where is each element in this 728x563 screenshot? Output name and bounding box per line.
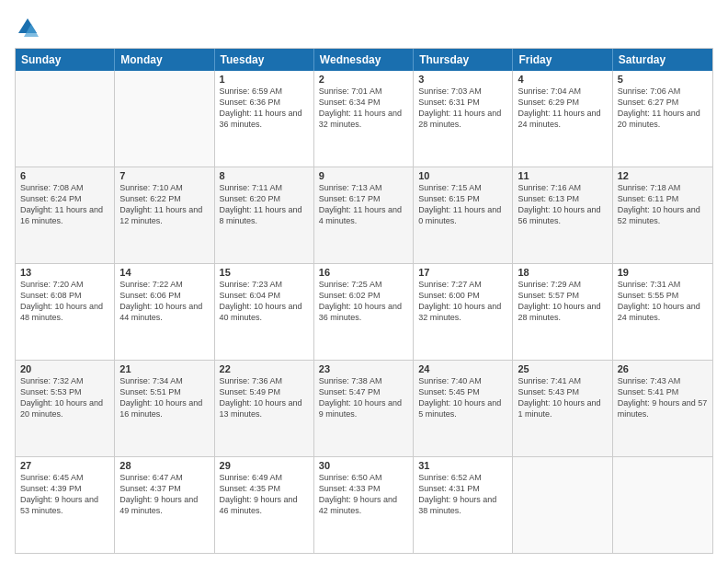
calendar-row-5: 27Sunrise: 6:45 AM Sunset: 4:39 PM Dayli… xyxy=(16,456,712,553)
calendar-row-1: 1Sunrise: 6:59 AM Sunset: 6:36 PM Daylig… xyxy=(16,71,712,167)
calendar-cell xyxy=(613,457,712,553)
calendar-cell: 8Sunrise: 7:11 AM Sunset: 6:20 PM Daylig… xyxy=(215,167,314,263)
day-number: 22 xyxy=(220,363,309,374)
day-number: 8 xyxy=(220,170,309,181)
cell-text: Sunrise: 7:18 AM Sunset: 6:11 PM Dayligh… xyxy=(618,182,708,227)
day-number: 28 xyxy=(119,460,209,471)
day-number: 5 xyxy=(618,74,708,85)
calendar-cell: 26Sunrise: 7:43 AM Sunset: 5:41 PM Dayli… xyxy=(613,361,712,456)
header-day-monday: Monday xyxy=(115,49,214,71)
cell-text: Sunrise: 7:04 AM Sunset: 6:29 PM Dayligh… xyxy=(518,86,607,131)
day-number: 16 xyxy=(319,267,408,278)
calendar-cell: 20Sunrise: 7:32 AM Sunset: 5:53 PM Dayli… xyxy=(16,361,115,456)
cell-text: Sunrise: 7:41 AM Sunset: 5:43 PM Dayligh… xyxy=(518,375,607,420)
day-number: 1 xyxy=(220,74,309,85)
day-number: 13 xyxy=(20,267,109,278)
cell-text: Sunrise: 7:31 AM Sunset: 5:55 PM Dayligh… xyxy=(618,279,708,324)
calendar-cell: 6Sunrise: 7:08 AM Sunset: 6:24 PM Daylig… xyxy=(16,167,115,263)
cell-text: Sunrise: 7:29 AM Sunset: 5:57 PM Dayligh… xyxy=(518,279,607,324)
day-number: 25 xyxy=(518,363,607,374)
calendar-header: SundayMondayTuesdayWednesdayThursdayFrid… xyxy=(16,49,712,71)
day-number: 9 xyxy=(319,170,408,181)
calendar-cell: 21Sunrise: 7:34 AM Sunset: 5:51 PM Dayli… xyxy=(115,361,214,456)
calendar-cell: 3Sunrise: 7:03 AM Sunset: 6:31 PM Daylig… xyxy=(414,71,513,167)
cell-text: Sunrise: 7:08 AM Sunset: 6:24 PM Dayligh… xyxy=(20,182,109,227)
cell-text: Sunrise: 7:38 AM Sunset: 5:47 PM Dayligh… xyxy=(319,375,408,420)
calendar-cell: 2Sunrise: 7:01 AM Sunset: 6:34 PM Daylig… xyxy=(314,71,414,167)
header-day-friday: Friday xyxy=(513,49,612,71)
day-number: 7 xyxy=(119,170,209,181)
day-number: 2 xyxy=(319,74,408,85)
day-number: 30 xyxy=(319,460,408,471)
cell-text: Sunrise: 7:16 AM Sunset: 6:13 PM Dayligh… xyxy=(518,182,607,227)
calendar-body: 1Sunrise: 6:59 AM Sunset: 6:36 PM Daylig… xyxy=(16,71,712,553)
header-day-saturday: Saturday xyxy=(613,49,712,71)
calendar-cell: 24Sunrise: 7:40 AM Sunset: 5:45 PM Dayli… xyxy=(414,361,513,456)
logo-icon xyxy=(15,15,40,40)
cell-text: Sunrise: 7:11 AM Sunset: 6:20 PM Dayligh… xyxy=(220,182,309,227)
calendar-cell: 5Sunrise: 7:06 AM Sunset: 6:27 PM Daylig… xyxy=(613,71,712,167)
day-number: 27 xyxy=(20,460,109,471)
day-number: 6 xyxy=(20,170,109,181)
calendar-cell: 12Sunrise: 7:18 AM Sunset: 6:11 PM Dayli… xyxy=(613,167,712,263)
cell-text: Sunrise: 7:20 AM Sunset: 6:08 PM Dayligh… xyxy=(20,279,109,324)
calendar-cell: 14Sunrise: 7:22 AM Sunset: 6:06 PM Dayli… xyxy=(115,264,214,360)
calendar-cell: 11Sunrise: 7:16 AM Sunset: 6:13 PM Dayli… xyxy=(513,167,612,263)
calendar-cell: 15Sunrise: 7:23 AM Sunset: 6:04 PM Dayli… xyxy=(215,264,314,360)
day-number: 19 xyxy=(618,267,708,278)
calendar-cell xyxy=(115,71,214,167)
cell-text: Sunrise: 7:32 AM Sunset: 5:53 PM Dayligh… xyxy=(20,375,109,420)
cell-text: Sunrise: 6:59 AM Sunset: 6:36 PM Dayligh… xyxy=(220,86,309,131)
page: SundayMondayTuesdayWednesdayThursdayFrid… xyxy=(0,0,728,563)
cell-text: Sunrise: 7:23 AM Sunset: 6:04 PM Dayligh… xyxy=(220,279,309,324)
cell-text: Sunrise: 7:43 AM Sunset: 5:41 PM Dayligh… xyxy=(618,375,708,420)
day-number: 29 xyxy=(220,460,309,471)
day-number: 4 xyxy=(518,74,607,85)
day-number: 14 xyxy=(119,267,209,278)
day-number: 3 xyxy=(418,74,507,85)
logo xyxy=(15,15,44,40)
cell-text: Sunrise: 6:45 AM Sunset: 4:39 PM Dayligh… xyxy=(20,472,109,517)
cell-text: Sunrise: 7:34 AM Sunset: 5:51 PM Dayligh… xyxy=(119,375,209,420)
calendar-cell: 22Sunrise: 7:36 AM Sunset: 5:49 PM Dayli… xyxy=(215,361,314,456)
cell-text: Sunrise: 7:01 AM Sunset: 6:34 PM Dayligh… xyxy=(319,86,408,131)
cell-text: Sunrise: 6:52 AM Sunset: 4:31 PM Dayligh… xyxy=(418,472,507,517)
calendar-cell: 25Sunrise: 7:41 AM Sunset: 5:43 PM Dayli… xyxy=(513,361,612,456)
calendar-cell: 4Sunrise: 7:04 AM Sunset: 6:29 PM Daylig… xyxy=(513,71,612,167)
cell-text: Sunrise: 7:25 AM Sunset: 6:02 PM Dayligh… xyxy=(319,279,408,324)
day-number: 20 xyxy=(20,363,109,374)
cell-text: Sunrise: 7:27 AM Sunset: 6:00 PM Dayligh… xyxy=(418,279,507,324)
day-number: 26 xyxy=(618,363,708,374)
calendar: SundayMondayTuesdayWednesdayThursdayFrid… xyxy=(15,48,713,554)
header-day-sunday: Sunday xyxy=(16,49,115,71)
calendar-cell: 16Sunrise: 7:25 AM Sunset: 6:02 PM Dayli… xyxy=(314,264,414,360)
day-number: 12 xyxy=(618,170,708,181)
day-number: 24 xyxy=(418,363,507,374)
day-number: 10 xyxy=(418,170,507,181)
calendar-row-2: 6Sunrise: 7:08 AM Sunset: 6:24 PM Daylig… xyxy=(16,167,712,263)
cell-text: Sunrise: 7:15 AM Sunset: 6:15 PM Dayligh… xyxy=(418,182,507,227)
calendar-cell: 9Sunrise: 7:13 AM Sunset: 6:17 PM Daylig… xyxy=(314,167,414,263)
header-day-tuesday: Tuesday xyxy=(215,49,314,71)
calendar-cell xyxy=(513,457,612,553)
cell-text: Sunrise: 7:06 AM Sunset: 6:27 PM Dayligh… xyxy=(618,86,708,131)
calendar-cell: 10Sunrise: 7:15 AM Sunset: 6:15 PM Dayli… xyxy=(414,167,513,263)
cell-text: Sunrise: 7:22 AM Sunset: 6:06 PM Dayligh… xyxy=(119,279,209,324)
calendar-cell: 13Sunrise: 7:20 AM Sunset: 6:08 PM Dayli… xyxy=(16,264,115,360)
day-number: 31 xyxy=(418,460,507,471)
day-number: 21 xyxy=(119,363,209,374)
header-day-wednesday: Wednesday xyxy=(314,49,414,71)
calendar-cell: 31Sunrise: 6:52 AM Sunset: 4:31 PM Dayli… xyxy=(414,457,513,553)
calendar-cell: 30Sunrise: 6:50 AM Sunset: 4:33 PM Dayli… xyxy=(314,457,414,553)
cell-text: Sunrise: 7:13 AM Sunset: 6:17 PM Dayligh… xyxy=(319,182,408,227)
calendar-cell: 29Sunrise: 6:49 AM Sunset: 4:35 PM Dayli… xyxy=(215,457,314,553)
cell-text: Sunrise: 7:36 AM Sunset: 5:49 PM Dayligh… xyxy=(220,375,309,420)
cell-text: Sunrise: 6:50 AM Sunset: 4:33 PM Dayligh… xyxy=(319,472,408,517)
cell-text: Sunrise: 6:49 AM Sunset: 4:35 PM Dayligh… xyxy=(220,472,309,517)
calendar-row-4: 20Sunrise: 7:32 AM Sunset: 5:53 PM Dayli… xyxy=(16,360,712,456)
header xyxy=(15,15,713,40)
day-number: 11 xyxy=(518,170,607,181)
calendar-row-3: 13Sunrise: 7:20 AM Sunset: 6:08 PM Dayli… xyxy=(16,263,712,360)
calendar-cell xyxy=(16,71,115,167)
calendar-cell: 7Sunrise: 7:10 AM Sunset: 6:22 PM Daylig… xyxy=(115,167,214,263)
